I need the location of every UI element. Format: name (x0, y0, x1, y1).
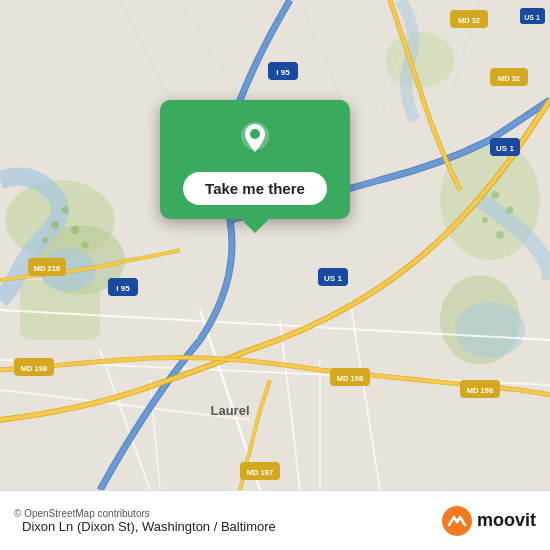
svg-point-54 (507, 207, 514, 214)
moovit-brand-icon (441, 505, 473, 537)
svg-point-55 (482, 217, 488, 223)
svg-text:MD 32: MD 32 (498, 74, 520, 83)
svg-point-50 (71, 226, 79, 234)
location-pin-icon (233, 118, 277, 162)
location-label: Dixon Ln (Dixon St), Washington / Baltim… (22, 519, 441, 534)
svg-text:MD 216: MD 216 (34, 264, 60, 273)
svg-point-49 (62, 207, 69, 214)
svg-point-58 (250, 129, 260, 139)
svg-text:Laurel: Laurel (210, 403, 249, 418)
moovit-text-label: moovit (477, 510, 536, 531)
svg-text:I 95: I 95 (276, 68, 290, 77)
svg-text:I 95: I 95 (116, 284, 130, 293)
svg-point-53 (491, 191, 499, 199)
svg-text:MD 32: MD 32 (458, 16, 480, 25)
map-container: I 95 I 95 US 1 US 1 US 1 MD 216 MD 32 MD… (0, 0, 550, 490)
svg-text:MD 198: MD 198 (337, 374, 363, 383)
moovit-logo: moovit (441, 505, 536, 537)
svg-text:MD 197: MD 197 (247, 468, 273, 477)
popup-card: Take me there (160, 100, 350, 219)
svg-point-51 (42, 237, 48, 243)
svg-point-8 (455, 302, 525, 358)
svg-point-48 (51, 221, 59, 229)
svg-point-56 (496, 231, 504, 239)
svg-text:MD 198: MD 198 (21, 364, 47, 373)
map-svg: I 95 I 95 US 1 US 1 US 1 MD 216 MD 32 MD… (0, 0, 550, 490)
take-me-there-button[interactable]: Take me there (183, 172, 327, 205)
footer-bar: © OpenStreetMap contributors Dixon Ln (D… (0, 490, 550, 550)
svg-text:US 1: US 1 (524, 14, 540, 21)
svg-text:MD 198: MD 198 (467, 386, 493, 395)
svg-text:US 1: US 1 (324, 274, 342, 283)
svg-point-52 (82, 242, 89, 249)
svg-point-6 (385, 32, 455, 88)
copyright-text: © OpenStreetMap contributors (14, 508, 441, 519)
svg-text:US 1: US 1 (496, 144, 514, 153)
